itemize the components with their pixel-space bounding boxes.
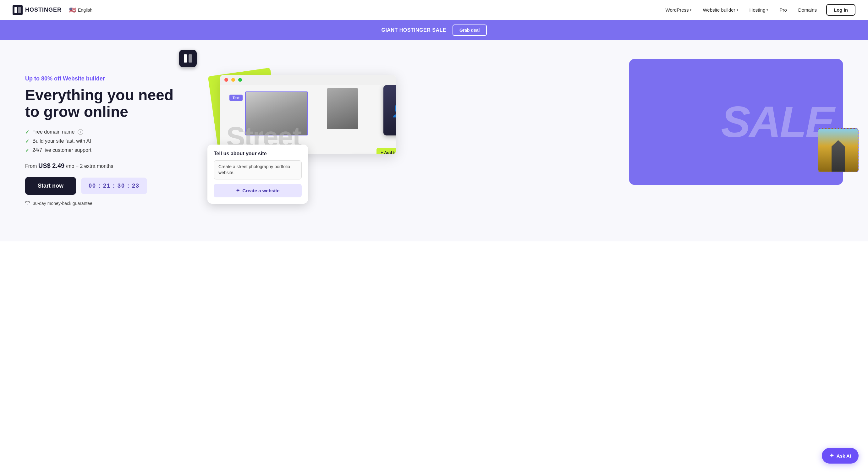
hero-title: Everything you need to grow online (25, 87, 176, 120)
svg-rect-3 (189, 54, 192, 63)
logo-icon (12, 5, 23, 15)
feature-ai: ✓ Build your site fast, with AI (25, 138, 176, 144)
builder-card: Text Street 👤 + Add images (220, 75, 396, 154)
hero-price: From US$ 2.49 /mo + 2 extra months (25, 162, 176, 169)
svg-rect-2 (184, 54, 187, 63)
countdown-timer: 00 : 21 : 30 : 23 (81, 178, 147, 194)
language-selector[interactable]: 🇺🇸 English (69, 7, 92, 13)
flag-icon: 🇺🇸 (69, 7, 76, 13)
portrait-card: 👤 (383, 85, 396, 135)
hero-illustration: SALE Text (189, 59, 843, 222)
building-image (818, 129, 858, 171)
logo-text: HOSTINGER (25, 7, 62, 13)
svg-rect-0 (14, 7, 17, 13)
sparkle-icon: ✦ (236, 188, 240, 194)
promo-banner: GIANT HOSTINGER SALE Grab deal (0, 20, 868, 40)
lang-label: English (78, 7, 92, 12)
feature-support: ✓ 24/7 live customer support (25, 148, 176, 153)
chevron-down-icon: ▾ (737, 8, 738, 12)
ai-prompt-input[interactable]: Create a street photography portfolio we… (214, 160, 302, 180)
login-button[interactable]: Log in (826, 4, 856, 16)
check-icon: ✓ (25, 129, 29, 135)
ai-prompt-title: Tell us about your site (214, 151, 302, 157)
banner-text: GIANT HOSTINGER SALE (381, 27, 446, 33)
hero-tag: Up to 80% off Website builder (25, 75, 176, 82)
fullscreen-dot (238, 78, 242, 82)
add-images-button[interactable]: + Add images (376, 148, 396, 154)
nav-domains[interactable]: Domains (794, 5, 821, 15)
grab-deal-button[interactable]: Grab deal (453, 25, 487, 36)
nav-hosting[interactable]: Hosting ▾ (745, 5, 773, 15)
feature-domain: ✓ Free domain name i (25, 129, 176, 135)
nav-wordpress[interactable]: WordPress ▾ (661, 5, 696, 15)
shield-icon: 🛡 (25, 200, 30, 206)
builder-canvas: Text Street 👤 + Add images (220, 85, 396, 154)
create-website-button[interactable]: ✦ Create a website (214, 184, 302, 197)
sale-background: SALE (629, 59, 843, 185)
close-dot (224, 78, 228, 82)
chevron-down-icon: ▾ (690, 8, 691, 12)
portrait-image: 👤 (383, 85, 396, 135)
building-image-card (818, 128, 859, 172)
ai-prompt-card: Tell us about your site Create a street … (208, 145, 308, 204)
builder-toolbar (220, 75, 396, 85)
navbar: HOSTINGER 🇺🇸 English WordPress ▾ Website… (0, 0, 868, 20)
hero-section: Up to 80% off Website builder Everything… (0, 40, 868, 241)
builder-card-inner: Text Street 👤 + Add images (220, 75, 396, 154)
minimize-dot (231, 78, 235, 82)
nav-website-builder[interactable]: Website builder ▾ (698, 5, 742, 15)
hero-features: ✓ Free domain name i ✓ Build your site f… (25, 129, 176, 153)
info-icon[interactable]: i (78, 129, 83, 135)
skater-image (327, 88, 358, 129)
chevron-down-icon: ▾ (767, 8, 768, 12)
hero-content: Up to 80% off Website builder Everything… (25, 75, 176, 206)
sale-text: SALE (721, 100, 833, 144)
text-badge: Text (229, 95, 243, 101)
hostinger-mini-logo (179, 50, 197, 67)
check-icon: ✓ (25, 138, 29, 144)
check-icon: ✓ (25, 148, 29, 153)
money-back-guarantee: 🛡 30-day money-back guarantee (25, 200, 176, 206)
hero-actions: Start now 00 : 21 : 30 : 23 (25, 177, 176, 195)
logo[interactable]: HOSTINGER (12, 5, 62, 15)
start-now-button[interactable]: Start now (25, 177, 76, 195)
nav-pro[interactable]: Pro (775, 5, 791, 15)
svg-rect-1 (18, 7, 21, 13)
nav-links: WordPress ▾ Website builder ▾ Hosting ▾ … (661, 4, 856, 16)
building-silhouette (829, 140, 847, 171)
